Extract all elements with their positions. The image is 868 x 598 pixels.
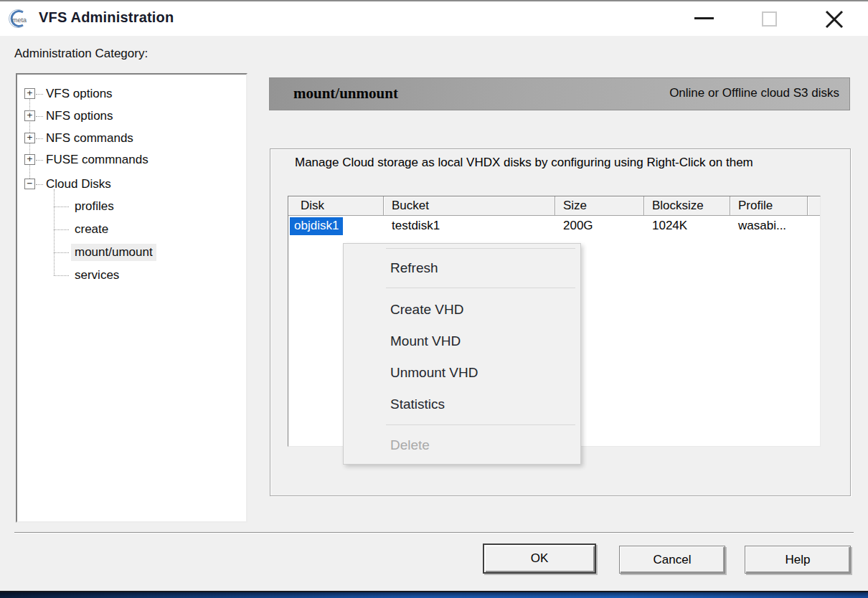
administration-category-label: Administration Category: bbox=[14, 47, 148, 61]
column-header-blocksize[interactable]: Blocksize bbox=[644, 196, 730, 216]
tree-connector-stub bbox=[54, 275, 69, 276]
tree-item-label[interactable]: VFS options bbox=[46, 87, 113, 101]
size-cell[interactable]: 200G bbox=[555, 216, 644, 236]
blocksize-cell[interactable]: 1024K bbox=[644, 216, 730, 236]
column-header-size[interactable]: Size bbox=[555, 196, 644, 216]
tree-item-label[interactable]: profiles bbox=[75, 199, 114, 214]
section-header-band: mount/unmount Online or Offline cloud S3… bbox=[269, 77, 850, 110]
tree-item-label[interactable]: FUSE commnands bbox=[46, 153, 148, 167]
help-button[interactable]: Help bbox=[745, 546, 851, 574]
window-title: VFS Administration bbox=[39, 9, 174, 26]
menu-item-delete-disabled: Delete bbox=[344, 429, 580, 461]
menu-item-unmount-vhd[interactable]: Unmount VHD bbox=[344, 357, 580, 389]
maximize-icon bbox=[762, 11, 777, 27]
tree-connector-stub bbox=[54, 252, 69, 253]
bucket-cell[interactable]: testdisk1 bbox=[384, 216, 555, 236]
tree-connector-stub bbox=[54, 229, 69, 230]
cancel-button[interactable]: Cancel bbox=[619, 546, 725, 574]
tree-connector-stub bbox=[36, 116, 43, 117]
tree-connector-stub bbox=[36, 94, 43, 95]
expand-icon[interactable]: + bbox=[24, 154, 35, 165]
expand-icon[interactable]: + bbox=[24, 88, 35, 99]
menu-separator bbox=[386, 248, 575, 249]
profile-cell[interactable]: wasabi... bbox=[730, 216, 808, 236]
bottom-taskbar-edge bbox=[0, 591, 868, 598]
panel-description: Manage Cloud storage as local VHDX disks… bbox=[295, 153, 833, 172]
table-row[interactable]: objdisk1 testdisk1 200G 1024K wasabi... bbox=[288, 216, 820, 236]
column-header-disk[interactable]: Disk bbox=[288, 196, 384, 216]
column-header-profile[interactable]: Profile bbox=[730, 196, 808, 216]
close-button[interactable] bbox=[803, 1, 868, 36]
menu-item-statistics[interactable]: Statistics bbox=[344, 389, 580, 420]
tree-item-label[interactable]: NFS commands bbox=[46, 131, 133, 146]
tree-connector-stub bbox=[36, 138, 43, 139]
tree-connector-stub bbox=[54, 207, 69, 207]
menu-separator bbox=[386, 424, 575, 425]
maximize-button[interactable] bbox=[737, 1, 801, 36]
tree-item-label[interactable]: Cloud Disks bbox=[46, 177, 111, 191]
context-menu: Refresh Create VHD Mount VHD Unmount VHD… bbox=[343, 243, 581, 465]
meta-logo-icon: meta bbox=[7, 8, 29, 29]
column-header-bucket[interactable]: Bucket bbox=[384, 196, 555, 216]
menu-item-create-vhd[interactable]: Create VHD bbox=[344, 294, 580, 326]
vfs-administration-window: meta VFS Administration Administration C… bbox=[0, 0, 868, 598]
administration-category-tree[interactable]: + VFS options + NFS options + NFS comman… bbox=[16, 73, 247, 523]
tree-item-label[interactable]: NFS options bbox=[46, 109, 113, 123]
footer-separator bbox=[14, 532, 854, 533]
collapse-icon[interactable]: − bbox=[24, 179, 35, 189]
minimize-button[interactable] bbox=[671, 1, 735, 36]
tree-item-label[interactable]: create bbox=[75, 222, 108, 237]
tree-connector-stub bbox=[36, 184, 43, 185]
tree-connector-stub bbox=[36, 160, 43, 161]
minimize-icon bbox=[694, 17, 714, 19]
close-icon bbox=[824, 9, 845, 30]
expand-icon[interactable]: + bbox=[24, 110, 35, 121]
menu-item-mount-vhd[interactable]: Mount VHD bbox=[344, 326, 580, 357]
table-header-row: Disk Bucket Size Blocksize Profile bbox=[288, 196, 820, 216]
svg-text:meta: meta bbox=[12, 16, 27, 24]
section-subtitle: Online or Offline cloud S3 disks bbox=[669, 86, 839, 100]
menu-separator bbox=[386, 288, 575, 288]
menu-item-refresh[interactable]: Refresh bbox=[344, 252, 580, 285]
tree-connector-line bbox=[54, 189, 55, 275]
tree-item-label[interactable]: services bbox=[75, 268, 119, 283]
selected-disk-cell[interactable]: objdisk1 bbox=[290, 217, 343, 235]
section-title: mount/unmount bbox=[293, 85, 398, 103]
ok-button[interactable]: OK bbox=[483, 544, 596, 574]
column-header-filler bbox=[808, 196, 820, 216]
titlebar[interactable]: meta VFS Administration bbox=[0, 1, 868, 36]
tree-item-label-selected[interactable]: mount/umount bbox=[71, 244, 156, 261]
expand-icon[interactable]: + bbox=[24, 133, 35, 143]
